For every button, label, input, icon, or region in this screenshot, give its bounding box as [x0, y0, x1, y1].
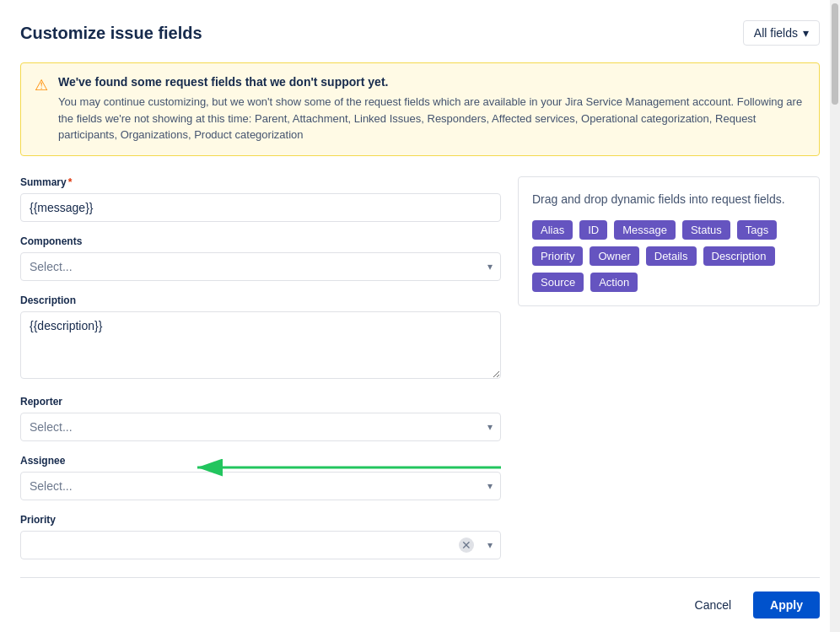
priority-select[interactable] — [20, 531, 501, 559]
tag-action[interactable]: Action — [590, 273, 638, 292]
tag-details[interactable]: Details — [646, 246, 697, 266]
reporter-label: Reporter — [20, 396, 501, 408]
warning-content: We've found some request fields that we … — [58, 75, 805, 143]
warning-banner: ⚠ We've found some request fields that w… — [20, 62, 820, 156]
priority-field-group: Priority ✕ ▾ — [20, 514, 501, 559]
components-field-group: Components Select... ▾ — [20, 235, 501, 281]
tag-owner[interactable]: Owner — [590, 246, 638, 266]
reporter-field-group: Reporter Select... ▾ — [20, 396, 501, 441]
warning-body: You may continue customizing, but we won… — [58, 94, 805, 143]
chevron-down-icon: ▾ — [803, 26, 809, 40]
scrollbar[interactable] — [830, 0, 840, 632]
page-title: Customize issue fields — [20, 24, 202, 43]
components-select[interactable]: Select... — [20, 252, 501, 281]
apply-button[interactable]: Apply — [753, 591, 820, 618]
priority-select-wrapper: ✕ ▾ — [20, 531, 501, 559]
summary-label: Summary* — [20, 176, 501, 188]
tag-description[interactable]: Description — [703, 246, 775, 266]
content-area: Summary* Components Select... ▾ Descript… — [20, 176, 820, 568]
side-panel-description: Drag and drop dynamic fields into reques… — [532, 191, 805, 208]
tags-container: Alias ID Message Status Tags Priority Ow… — [532, 220, 805, 292]
summary-input[interactable] — [20, 193, 501, 222]
description-label: Description — [20, 294, 501, 306]
tag-message[interactable]: Message — [614, 220, 676, 240]
assignee-field-group: Assignee Select... ▾ — [20, 455, 501, 500]
all-fields-label: All fields — [754, 26, 798, 40]
header: Customize issue fields All fields ▾ — [20, 20, 820, 46]
tag-priority[interactable]: Priority — [532, 246, 583, 266]
cancel-button[interactable]: Cancel — [681, 591, 746, 618]
warning-icon: ⚠ — [35, 76, 48, 143]
all-fields-button[interactable]: All fields ▾ — [743, 20, 820, 46]
required-marker: * — [68, 176, 73, 188]
priority-clear-button[interactable]: ✕ — [459, 537, 474, 553]
components-select-wrapper: Select... ▾ — [20, 252, 501, 281]
components-label: Components — [20, 235, 501, 247]
side-panel: Drag and drop dynamic fields into reques… — [518, 176, 820, 306]
tag-id[interactable]: ID — [579, 220, 607, 240]
warning-title: We've found some request fields that we … — [58, 75, 805, 89]
summary-field-group: Summary* — [20, 176, 501, 222]
scrollbar-thumb[interactable] — [832, 3, 838, 105]
tag-source[interactable]: Source — [532, 273, 584, 292]
footer: Cancel Apply — [20, 577, 820, 632]
priority-label: Priority — [20, 514, 501, 526]
description-field-group: Description {{description}} — [20, 294, 501, 382]
tag-status[interactable]: Status — [682, 220, 730, 240]
assignee-select[interactable]: Select... — [20, 472, 501, 500]
tag-alias[interactable]: Alias — [532, 220, 573, 240]
tag-tags[interactable]: Tags — [737, 220, 777, 240]
reporter-select[interactable]: Select... — [20, 413, 501, 441]
assignee-select-wrapper: Select... ▾ — [20, 472, 501, 500]
form-panel: Summary* Components Select... ▾ Descript… — [20, 176, 501, 568]
reporter-select-wrapper: Select... ▾ — [20, 413, 501, 441]
description-input[interactable]: {{description}} — [20, 311, 501, 379]
assignee-label: Assignee — [20, 455, 501, 467]
